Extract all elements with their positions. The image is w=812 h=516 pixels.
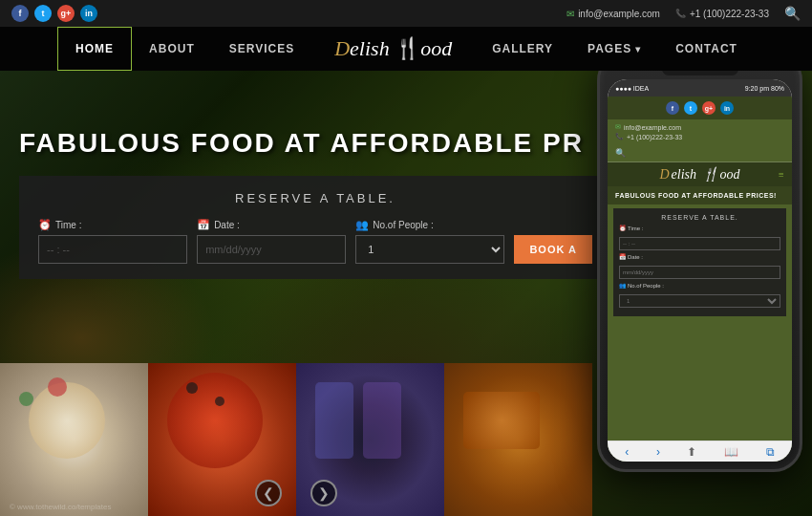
p-people-select[interactable]: 12 xyxy=(619,294,780,308)
twitter-icon[interactable]: t xyxy=(34,5,52,22)
prev-arrow[interactable]: ❮ xyxy=(255,480,282,506)
p-reserve-box: RESERVE A TABLE. ⏰ Time : 📅 Date : xyxy=(613,208,786,316)
nav-gallery[interactable]: GALLERY xyxy=(475,27,570,71)
p-time-input[interactable] xyxy=(619,237,780,250)
hero-title: FABULOUS FOOD AT AFFORDABLE PR xyxy=(19,128,584,159)
hero-section: FABULOUS FOOD AT AFFORDABLE PR RESERVE A… xyxy=(0,71,812,516)
browser-bookmark-icon[interactable]: 📖 xyxy=(724,445,738,459)
p-twitter-icon[interactable]: t xyxy=(684,101,697,115)
googleplus-icon[interactable]: g+ xyxy=(57,5,75,22)
people-label: 👥 No.of People : xyxy=(355,219,504,231)
phone-content: f t g+ in ✉ info@example.com 📞 +1 xyxy=(608,97,792,462)
phone-outer: ●●●● IDEA 9:20 pm 80% f t g+ in xyxy=(597,71,802,472)
social-icons: f t g+ in xyxy=(11,5,97,22)
clock-icon: ⏰ xyxy=(38,219,52,231)
browser-tabs-icon[interactable]: ⧉ xyxy=(766,445,775,459)
p-clock-icon: ⏰ xyxy=(619,225,626,231)
p-phone-text: +1 (100)222-23-33 xyxy=(627,134,682,140)
nav-contact[interactable]: CONTACT xyxy=(658,27,755,71)
time-label: ⏰ Time : xyxy=(38,219,187,231)
phone-social-bar: f t g+ in xyxy=(608,97,792,119)
search-icon[interactable]: 🔍 xyxy=(784,6,801,21)
calendar-icon: 📅 xyxy=(197,219,210,231)
reservation-box: RESERVE A TABLE. ⏰ Time : 📅 Date : 👥 xyxy=(19,176,611,279)
people-select[interactable]: 1 2 3 4 xyxy=(355,235,504,264)
p-brand-d: D xyxy=(659,167,669,183)
people-field: 👥 No.of People : 1 2 3 4 xyxy=(355,219,504,264)
book-button[interactable]: BOOK A xyxy=(514,235,592,264)
date-input[interactable] xyxy=(197,235,346,264)
p-linkedin-icon[interactable]: in xyxy=(720,101,734,115)
p-people-field: 👥 No.of People : 12 xyxy=(619,282,780,308)
nav-home[interactable]: HOME xyxy=(57,27,132,71)
time-input[interactable] xyxy=(38,235,187,264)
email-text: info@example.com xyxy=(578,9,660,19)
p-people-label: 👥 No.of People : xyxy=(619,282,780,289)
contact-info: info@example.com +1 (100)222-23-33 🔍 xyxy=(566,6,801,21)
time-field: ⏰ Time : xyxy=(38,219,187,264)
nav-pages[interactable]: PAGES xyxy=(570,27,658,71)
phone-notch xyxy=(662,71,738,75)
phone-screen: ●●●● IDEA 9:20 pm 80% f t g+ in xyxy=(608,79,792,462)
date-label: 📅 Date : xyxy=(197,219,346,231)
phone-icon xyxy=(675,9,686,18)
people-icon: 👥 xyxy=(355,219,369,231)
email-info: info@example.com xyxy=(566,9,660,19)
p-reserve-title: RESERVE A TABLE. xyxy=(619,214,780,221)
linkedin-icon[interactable]: in xyxy=(80,5,97,22)
phone-time: 9:20 pm 80% xyxy=(745,85,784,92)
p-email: ✉ info@example.com xyxy=(615,123,784,131)
browser-back-icon[interactable]: ‹ xyxy=(625,445,629,459)
phone-search[interactable]: 🔍 xyxy=(608,146,792,162)
p-date-field: 📅 Date : xyxy=(619,253,780,279)
p-phone-icon: 📞 xyxy=(615,133,624,140)
next-arrow[interactable]: ❯ xyxy=(310,480,337,506)
envelope-icon xyxy=(566,9,574,19)
date-field: 📅 Date : xyxy=(197,219,346,264)
p-time-label: ⏰ Time : xyxy=(619,225,780,231)
carousel-arrows: ❮ ❯ xyxy=(0,480,592,506)
p-googleplus-icon[interactable]: g+ xyxy=(702,101,716,115)
p-people-icon: 👥 xyxy=(619,282,626,289)
p-date-input[interactable] xyxy=(619,266,780,279)
phone-status-bar: ●●●● IDEA 9:20 pm 80% xyxy=(608,79,792,97)
p-calendar-icon: 📅 xyxy=(619,253,626,260)
browser-forward-icon[interactable]: › xyxy=(656,445,660,459)
p-menu-icon[interactable]: ≡ xyxy=(778,169,784,180)
p-facebook-icon[interactable]: f xyxy=(666,101,679,115)
navbar: HOME ABOUT SERVICES Delish 🍴ood GALLERY … xyxy=(0,27,812,71)
facebook-icon[interactable]: f xyxy=(11,5,29,22)
p-phone: 📞 +1 (100)222-23-33 xyxy=(615,133,784,140)
phone-browser-bar: ‹ › ⬆ 📖 ⧉ xyxy=(608,441,792,462)
reservation-title: RESERVE A TABLE. xyxy=(38,191,592,205)
p-time-field: ⏰ Time : xyxy=(619,225,780,250)
mobile-mockup: ●●●● IDEA 9:20 pm 80% f t g+ in xyxy=(597,71,802,501)
phone-contact-info: ✉ info@example.com 📞 +1 (100)222-23-33 xyxy=(608,119,792,146)
p-envelope-icon: ✉ xyxy=(615,123,621,131)
p-date-label: 📅 Date : xyxy=(619,253,780,260)
phone-brand: Delish 🍴ood ≡ xyxy=(608,162,792,186)
top-bar: f t g+ in info@example.com +1 (100)222-2… xyxy=(0,0,812,27)
phone-text: +1 (100)222-23-33 xyxy=(690,9,769,19)
brand-logo: Delish 🍴ood xyxy=(311,36,475,61)
nav-services[interactable]: SERVICES xyxy=(212,27,311,71)
p-hero-text: FABULOUS FOOD AT AFFORDABLE PRICES! xyxy=(608,186,792,204)
p-fork-icon: 🍴 xyxy=(702,166,718,183)
reservation-fields: ⏰ Time : 📅 Date : 👥 No.of People : 1 xyxy=(38,219,592,264)
p-email-text: info@example.com xyxy=(624,124,681,131)
phone-info: +1 (100)222-23-33 xyxy=(675,9,769,19)
nav-about[interactable]: ABOUT xyxy=(132,27,212,71)
phone-carrier: ●●●● IDEA xyxy=(615,85,649,92)
browser-share-icon[interactable]: ⬆ xyxy=(687,445,696,459)
